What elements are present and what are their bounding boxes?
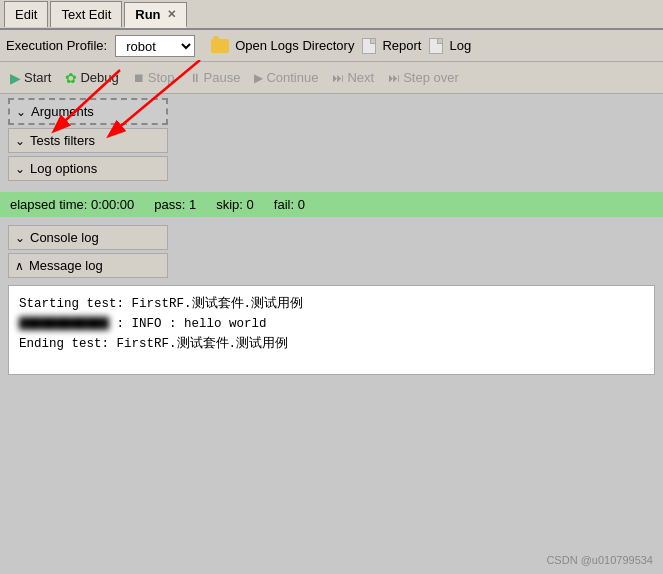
message-log-section[interactable]: ∧ Message log: [8, 253, 168, 278]
console-line3-text: Ending test: FirstRF.测试套件.测试用例: [19, 337, 288, 351]
log-label: Log: [449, 38, 471, 53]
tab-textedit-label: Text Edit: [61, 7, 111, 22]
open-logs-btn[interactable]: Open Logs Directory: [211, 38, 354, 53]
pause-icon: ⏸: [189, 71, 201, 85]
continue-icon: ▶: [254, 71, 263, 85]
run-controls: ▶ Start ✿ Debug ⏹ Stop ⏸ Pause ▶ Continu…: [0, 62, 663, 94]
log-options-chevron: ⌄: [15, 162, 25, 176]
tests-filters-chevron: ⌄: [15, 134, 25, 148]
log-panels: ⌄ Console log ∧ Message log: [0, 221, 663, 285]
next-label: Next: [347, 70, 374, 85]
console-line-1: Starting test: FirstRF.测试套件.测试用例: [19, 294, 644, 314]
console-log-label: Console log: [30, 230, 99, 245]
continue-button[interactable]: ▶ Continue: [250, 68, 322, 87]
tab-textedit[interactable]: Text Edit: [50, 1, 122, 27]
arguments-label: Arguments: [31, 104, 94, 119]
log-btn[interactable]: Log: [429, 38, 471, 54]
console-line-2: ████████████ : INFO : hello world: [19, 314, 644, 334]
open-logs-label: Open Logs Directory: [235, 38, 354, 53]
console-output: Starting test: FirstRF.测试套件.测试用例 ███████…: [8, 285, 655, 375]
console-line2-middle: INFO : hello world: [132, 317, 267, 331]
step-over-icon: ⏭: [388, 71, 400, 85]
sections-panel: ⌄ Arguments ⌄ Tests filters ⌄ Log option…: [0, 94, 663, 188]
message-log-chevron: ∧: [15, 259, 24, 273]
tests-filters-label: Tests filters: [30, 133, 95, 148]
pause-label: Pause: [204, 70, 241, 85]
execution-profile-select[interactable]: robot: [115, 35, 195, 57]
debug-label: Debug: [80, 70, 118, 85]
log-doc-icon: [429, 38, 443, 54]
log-options-label: Log options: [30, 161, 97, 176]
report-doc-icon: [362, 38, 376, 54]
step-over-label: Step over: [403, 70, 459, 85]
folder-icon: [211, 39, 229, 53]
start-label: Start: [24, 70, 51, 85]
pause-button[interactable]: ⏸ Pause: [185, 68, 245, 87]
console-log-chevron: ⌄: [15, 231, 25, 245]
step-over-button[interactable]: ⏭ Step over: [384, 68, 463, 87]
continue-label: Continue: [266, 70, 318, 85]
message-log-label: Message log: [29, 258, 103, 273]
tab-run-close[interactable]: ✕: [167, 8, 176, 21]
debug-button[interactable]: ✿ Debug: [61, 68, 122, 88]
next-button[interactable]: ⏭ Next: [328, 68, 378, 87]
tab-edit-label: Edit: [15, 7, 37, 22]
console-line2-prefix: :: [117, 317, 132, 331]
tab-run-label: Run: [135, 7, 160, 22]
report-label: Report: [382, 38, 421, 53]
execution-profile-label: Execution Profile:: [6, 38, 107, 53]
arguments-chevron: ⌄: [16, 105, 26, 119]
debug-icon: ✿: [65, 70, 77, 86]
skip-count: skip: 0: [216, 197, 254, 212]
elapsed-time: elapsed time: 0:00:00: [10, 197, 134, 212]
watermark: CSDN @u010799534: [546, 554, 653, 566]
log-options-section[interactable]: ⌄ Log options: [8, 156, 168, 181]
pass-count: pass: 1: [154, 197, 196, 212]
fail-count: fail: 0: [274, 197, 305, 212]
stop-icon: ⏹: [133, 71, 145, 85]
console-line-3: Ending test: FirstRF.测试套件.测试用例: [19, 334, 644, 354]
status-bar: elapsed time: 0:00:00 pass: 1 skip: 0 fa…: [0, 192, 663, 217]
console-line1-text: Starting test: FirstRF.测试套件.测试用例: [19, 297, 303, 311]
start-icon: ▶: [10, 70, 21, 86]
stop-button[interactable]: ⏹ Stop: [129, 68, 179, 87]
toolbar: Execution Profile: robot Open Logs Direc…: [0, 30, 663, 62]
tab-run[interactable]: Run ✕: [124, 2, 186, 28]
console-log-section[interactable]: ⌄ Console log: [8, 225, 168, 250]
arguments-section[interactable]: ⌄ Arguments: [8, 98, 168, 125]
report-btn[interactable]: Report: [362, 38, 421, 54]
next-icon: ⏭: [332, 71, 344, 85]
tab-bar: Edit Text Edit Run ✕: [0, 0, 663, 30]
start-button[interactable]: ▶ Start: [6, 68, 55, 88]
console-line2-blurred: ████████████: [19, 314, 109, 334]
tests-filters-section[interactable]: ⌄ Tests filters: [8, 128, 168, 153]
tab-edit[interactable]: Edit: [4, 1, 48, 27]
stop-label: Stop: [148, 70, 175, 85]
